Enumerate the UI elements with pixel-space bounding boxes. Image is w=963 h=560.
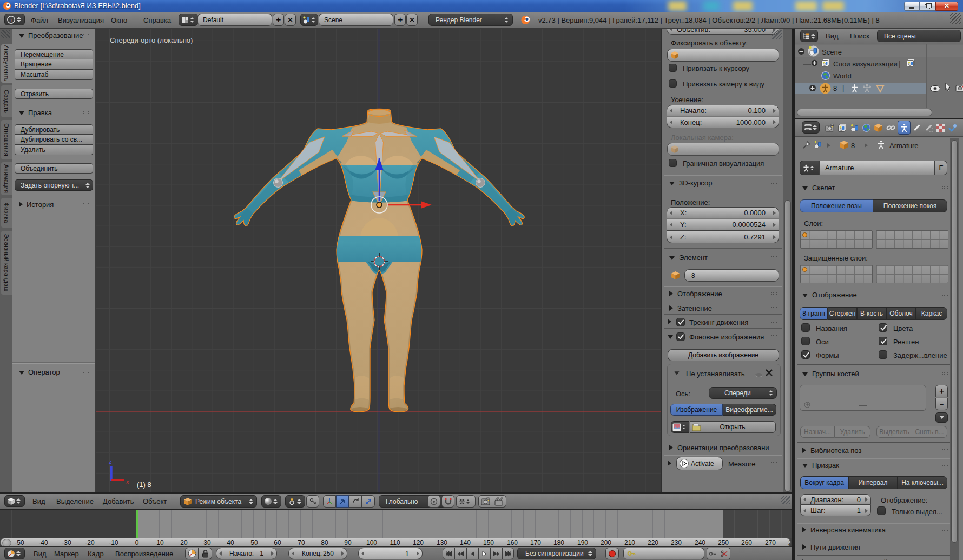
svg-text:(1) 8: (1) 8	[137, 481, 151, 489]
svg-text:x: x	[126, 478, 129, 485]
svg-text:z: z	[109, 458, 112, 465]
svg-text:i: i	[10, 17, 11, 23]
svg-text:Спереди-орто (локально): Спереди-орто (локально)	[110, 36, 193, 44]
